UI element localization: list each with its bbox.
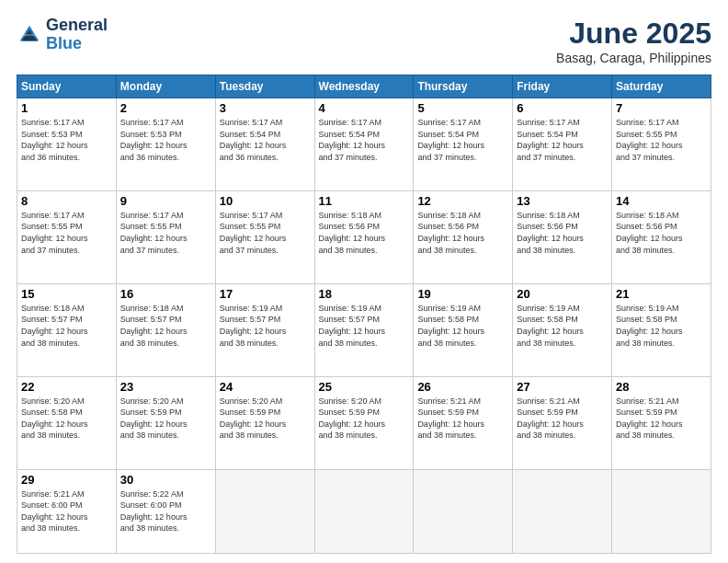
day-cell: 20Sunrise: 5:19 AM Sunset: 5:58 PM Dayli… (513, 283, 612, 376)
day-cell (414, 469, 513, 554)
day-info: Sunrise: 5:17 AM Sunset: 5:55 PM Dayligh… (120, 210, 211, 256)
day-cell: 14Sunrise: 5:18 AM Sunset: 5:56 PM Dayli… (612, 190, 711, 283)
day-cell: 27Sunrise: 5:21 AM Sunset: 5:59 PM Dayli… (513, 376, 612, 469)
col-header-saturday: Saturday (612, 75, 711, 98)
day-number: 27 (517, 380, 608, 394)
svg-rect-2 (22, 34, 38, 36)
day-info: Sunrise: 5:18 AM Sunset: 5:57 PM Dayligh… (21, 303, 112, 349)
day-info: Sunrise: 5:18 AM Sunset: 5:56 PM Dayligh… (517, 210, 608, 256)
day-cell: 12Sunrise: 5:18 AM Sunset: 5:56 PM Dayli… (414, 190, 513, 283)
day-info: Sunrise: 5:17 AM Sunset: 5:54 PM Dayligh… (319, 117, 410, 163)
day-number: 30 (120, 473, 211, 487)
day-cell: 16Sunrise: 5:18 AM Sunset: 5:57 PM Dayli… (116, 283, 215, 376)
day-cell: 26Sunrise: 5:21 AM Sunset: 5:59 PM Dayli… (414, 376, 513, 469)
day-cell: 9Sunrise: 5:17 AM Sunset: 5:55 PM Daylig… (116, 190, 215, 283)
day-cell: 25Sunrise: 5:20 AM Sunset: 5:59 PM Dayli… (314, 376, 414, 469)
day-number: 29 (21, 473, 112, 487)
day-number: 20 (517, 287, 608, 301)
day-cell: 5Sunrise: 5:17 AM Sunset: 5:54 PM Daylig… (414, 98, 513, 191)
calendar-title: June 2025 (556, 17, 711, 51)
day-info: Sunrise: 5:17 AM Sunset: 5:54 PM Dayligh… (220, 117, 311, 163)
logo-line2: Blue (46, 35, 108, 53)
day-number: 16 (120, 287, 211, 301)
day-cell: 18Sunrise: 5:19 AM Sunset: 5:57 PM Dayli… (314, 283, 414, 376)
day-cell (215, 469, 314, 554)
day-info: Sunrise: 5:18 AM Sunset: 5:56 PM Dayligh… (616, 210, 707, 256)
day-cell: 6Sunrise: 5:17 AM Sunset: 5:54 PM Daylig… (513, 98, 612, 191)
day-info: Sunrise: 5:20 AM Sunset: 5:59 PM Dayligh… (319, 396, 410, 442)
day-number: 10 (220, 194, 311, 208)
day-info: Sunrise: 5:17 AM Sunset: 5:53 PM Dayligh… (120, 117, 211, 163)
day-cell: 24Sunrise: 5:20 AM Sunset: 5:59 PM Dayli… (215, 376, 314, 469)
day-number: 14 (616, 194, 707, 208)
day-info: Sunrise: 5:17 AM Sunset: 5:54 PM Dayligh… (417, 117, 508, 163)
day-number: 15 (21, 287, 112, 301)
logo-text: General Blue (46, 17, 108, 53)
day-number: 26 (417, 380, 508, 394)
day-cell: 7Sunrise: 5:17 AM Sunset: 5:55 PM Daylig… (612, 98, 711, 191)
page: General Blue June 2025 Basag, Caraga, Ph… (0, 0, 728, 563)
day-info: Sunrise: 5:20 AM Sunset: 5:59 PM Dayligh… (120, 396, 211, 442)
week-row-2: 8Sunrise: 5:17 AM Sunset: 5:55 PM Daylig… (17, 190, 711, 283)
day-number: 21 (616, 287, 707, 301)
day-info: Sunrise: 5:18 AM Sunset: 5:56 PM Dayligh… (319, 210, 410, 256)
day-info: Sunrise: 5:20 AM Sunset: 5:58 PM Dayligh… (21, 396, 112, 442)
day-number: 24 (220, 380, 311, 394)
day-cell (314, 469, 414, 554)
day-number: 5 (417, 101, 508, 115)
col-header-tuesday: Tuesday (215, 75, 314, 98)
day-number: 13 (517, 194, 608, 208)
day-info: Sunrise: 5:22 AM Sunset: 6:00 PM Dayligh… (120, 488, 211, 534)
day-info: Sunrise: 5:19 AM Sunset: 5:58 PM Dayligh… (616, 303, 707, 349)
day-cell: 22Sunrise: 5:20 AM Sunset: 5:58 PM Dayli… (17, 376, 117, 469)
day-number: 19 (417, 287, 508, 301)
day-info: Sunrise: 5:18 AM Sunset: 5:57 PM Dayligh… (120, 303, 211, 349)
day-cell: 19Sunrise: 5:19 AM Sunset: 5:58 PM Dayli… (414, 283, 513, 376)
calendar-subtitle: Basag, Caraga, Philippines (556, 51, 711, 65)
day-cell: 8Sunrise: 5:17 AM Sunset: 5:55 PM Daylig… (17, 190, 117, 283)
day-cell: 1Sunrise: 5:17 AM Sunset: 5:53 PM Daylig… (17, 98, 117, 191)
col-header-sunday: Sunday (17, 75, 117, 98)
day-number: 9 (120, 194, 211, 208)
day-number: 11 (319, 194, 410, 208)
logo-line1: General (46, 17, 108, 35)
day-info: Sunrise: 5:21 AM Sunset: 6:00 PM Dayligh… (21, 488, 112, 534)
day-info: Sunrise: 5:19 AM Sunset: 5:57 PM Dayligh… (319, 303, 410, 349)
day-cell: 29Sunrise: 5:21 AM Sunset: 6:00 PM Dayli… (17, 469, 117, 554)
week-row-4: 22Sunrise: 5:20 AM Sunset: 5:58 PM Dayli… (17, 376, 711, 469)
day-cell: 15Sunrise: 5:18 AM Sunset: 5:57 PM Dayli… (17, 283, 117, 376)
col-header-wednesday: Wednesday (314, 75, 414, 98)
logo-icon (17, 22, 42, 48)
title-block: June 2025 Basag, Caraga, Philippines (556, 17, 711, 65)
day-cell: 2Sunrise: 5:17 AM Sunset: 5:53 PM Daylig… (116, 98, 215, 191)
col-header-thursday: Thursday (414, 75, 513, 98)
day-info: Sunrise: 5:21 AM Sunset: 5:59 PM Dayligh… (417, 396, 508, 442)
day-cell: 13Sunrise: 5:18 AM Sunset: 5:56 PM Dayli… (513, 190, 612, 283)
day-cell (513, 469, 612, 554)
day-cell: 30Sunrise: 5:22 AM Sunset: 6:00 PM Dayli… (116, 469, 215, 554)
day-number: 6 (517, 101, 608, 115)
header: General Blue June 2025 Basag, Caraga, Ph… (17, 17, 711, 65)
col-header-monday: Monday (116, 75, 215, 98)
day-info: Sunrise: 5:19 AM Sunset: 5:58 PM Dayligh… (417, 303, 508, 349)
day-number: 12 (417, 194, 508, 208)
day-cell: 4Sunrise: 5:17 AM Sunset: 5:54 PM Daylig… (314, 98, 414, 191)
day-info: Sunrise: 5:21 AM Sunset: 5:59 PM Dayligh… (517, 396, 608, 442)
day-number: 17 (220, 287, 311, 301)
day-number: 18 (319, 287, 410, 301)
day-info: Sunrise: 5:21 AM Sunset: 5:59 PM Dayligh… (616, 396, 707, 442)
col-header-friday: Friday (513, 75, 612, 98)
calendar-table: SundayMondayTuesdayWednesdayThursdayFrid… (17, 75, 711, 554)
day-info: Sunrise: 5:17 AM Sunset: 5:53 PM Dayligh… (21, 117, 112, 163)
day-info: Sunrise: 5:19 AM Sunset: 5:57 PM Dayligh… (220, 303, 311, 349)
day-cell: 23Sunrise: 5:20 AM Sunset: 5:59 PM Dayli… (116, 376, 215, 469)
day-cell: 21Sunrise: 5:19 AM Sunset: 5:58 PM Dayli… (612, 283, 711, 376)
day-number: 3 (220, 101, 311, 115)
day-info: Sunrise: 5:17 AM Sunset: 5:55 PM Dayligh… (616, 117, 707, 163)
day-number: 7 (616, 101, 707, 115)
week-row-3: 15Sunrise: 5:18 AM Sunset: 5:57 PM Dayli… (17, 283, 711, 376)
day-info: Sunrise: 5:18 AM Sunset: 5:56 PM Dayligh… (417, 210, 508, 256)
day-number: 8 (21, 194, 112, 208)
day-number: 4 (319, 101, 410, 115)
week-row-1: 1Sunrise: 5:17 AM Sunset: 5:53 PM Daylig… (17, 98, 711, 191)
